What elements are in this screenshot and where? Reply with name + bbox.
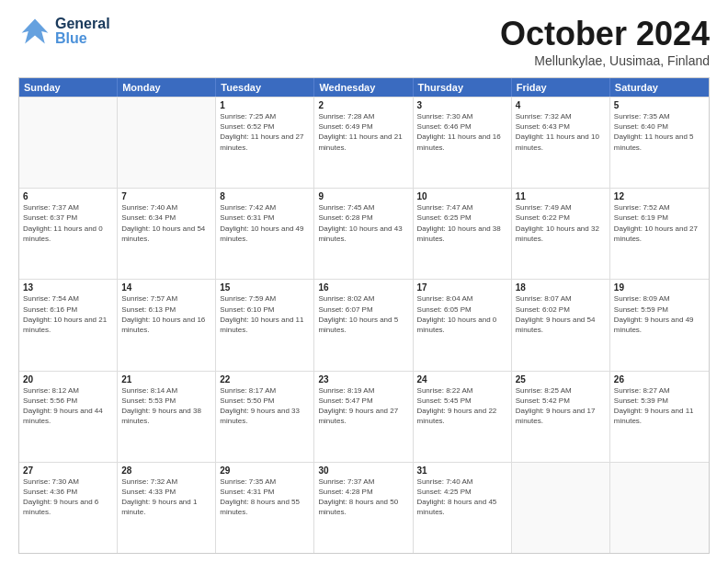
calendar-cell: 28Sunrise: 7:32 AMSunset: 4:33 PMDayligh… <box>118 463 216 553</box>
calendar-cell: 26Sunrise: 8:27 AMSunset: 5:39 PMDayligh… <box>610 372 709 462</box>
calendar-cell: 18Sunrise: 8:07 AMSunset: 6:02 PMDayligh… <box>512 280 610 370</box>
calendar-cell: 21Sunrise: 8:14 AMSunset: 5:53 PMDayligh… <box>118 372 216 462</box>
day-detail: Sunrise: 8:19 AMSunset: 5:47 PMDaylight:… <box>318 385 408 427</box>
calendar-header-thursday: Thursday <box>414 78 512 97</box>
calendar-header-sunday: Sunday <box>19 78 118 97</box>
page: General Blue October 2024 Mellunkylae, U… <box>0 0 728 563</box>
calendar-cell: 8Sunrise: 7:42 AMSunset: 6:31 PMDaylight… <box>216 189 314 279</box>
logo-general-text: General <box>55 17 110 31</box>
day-number: 16 <box>318 282 408 293</box>
calendar-cell: 9Sunrise: 7:45 AMSunset: 6:28 PMDaylight… <box>314 189 413 279</box>
calendar-header-wednesday: Wednesday <box>314 78 413 97</box>
day-detail: Sunrise: 8:12 AMSunset: 5:56 PMDaylight:… <box>23 385 113 427</box>
calendar-header-saturday: Saturday <box>610 78 709 97</box>
day-detail: Sunrise: 7:57 AMSunset: 6:13 PMDaylight:… <box>121 293 211 335</box>
calendar-cell: 27Sunrise: 7:30 AMSunset: 4:36 PMDayligh… <box>19 463 118 553</box>
day-detail: Sunrise: 8:07 AMSunset: 6:02 PMDaylight:… <box>516 293 606 335</box>
calendar-cell: 19Sunrise: 8:09 AMSunset: 5:59 PMDayligh… <box>610 280 709 370</box>
day-detail: Sunrise: 7:49 AMSunset: 6:22 PMDaylight:… <box>516 202 606 244</box>
day-number: 3 <box>417 100 507 110</box>
day-number: 1 <box>220 100 310 110</box>
day-detail: Sunrise: 8:14 AMSunset: 5:53 PMDaylight:… <box>121 385 211 427</box>
calendar-cell: 14Sunrise: 7:57 AMSunset: 6:13 PMDayligh… <box>118 280 216 370</box>
calendar-cell <box>512 463 610 553</box>
day-number: 24 <box>417 374 507 385</box>
day-number: 17 <box>417 282 507 293</box>
day-detail: Sunrise: 7:40 AMSunset: 6:34 PMDaylight:… <box>121 202 211 244</box>
calendar-cell: 17Sunrise: 8:04 AMSunset: 6:05 PMDayligh… <box>414 280 512 370</box>
day-number: 11 <box>516 191 606 201</box>
calendar-body: 1Sunrise: 7:25 AMSunset: 6:52 PMDaylight… <box>19 97 709 553</box>
calendar-cell: 10Sunrise: 7:47 AMSunset: 6:25 PMDayligh… <box>414 189 512 279</box>
logo-blue-text: Blue <box>55 31 110 46</box>
day-detail: Sunrise: 8:27 AMSunset: 5:39 PMDaylight:… <box>614 385 705 427</box>
day-number: 14 <box>121 282 211 293</box>
day-detail: Sunrise: 7:32 AMSunset: 6:43 PMDaylight:… <box>516 111 606 153</box>
day-detail: Sunrise: 7:30 AMSunset: 4:36 PMDaylight:… <box>23 477 113 518</box>
calendar-header-friday: Friday <box>512 78 610 97</box>
day-number: 8 <box>220 191 310 201</box>
day-detail: Sunrise: 8:02 AMSunset: 6:07 PMDaylight:… <box>318 293 408 335</box>
day-number: 6 <box>23 191 113 201</box>
day-number: 4 <box>516 100 606 110</box>
calendar-cell: 6Sunrise: 7:37 AMSunset: 6:37 PMDaylight… <box>19 189 118 279</box>
calendar-row-2: 13Sunrise: 7:54 AMSunset: 6:16 PMDayligh… <box>19 279 709 370</box>
day-detail: Sunrise: 8:04 AMSunset: 6:05 PMDaylight:… <box>417 293 507 335</box>
logo-bird-icon <box>18 15 51 48</box>
calendar-cell: 25Sunrise: 8:25 AMSunset: 5:42 PMDayligh… <box>512 372 610 462</box>
day-detail: Sunrise: 7:30 AMSunset: 6:46 PMDaylight:… <box>417 111 507 153</box>
day-detail: Sunrise: 7:59 AMSunset: 6:10 PMDaylight:… <box>220 293 310 335</box>
calendar-cell: 12Sunrise: 7:52 AMSunset: 6:19 PMDayligh… <box>610 189 709 279</box>
day-detail: Sunrise: 7:37 AMSunset: 6:37 PMDaylight:… <box>23 202 113 244</box>
calendar: SundayMondayTuesdayWednesdayThursdayFrid… <box>18 77 710 554</box>
calendar-cell <box>610 463 709 553</box>
day-detail: Sunrise: 8:22 AMSunset: 5:45 PMDaylight:… <box>417 385 507 427</box>
calendar-cell: 7Sunrise: 7:40 AMSunset: 6:34 PMDaylight… <box>118 189 216 279</box>
calendar-row-1: 6Sunrise: 7:37 AMSunset: 6:37 PMDaylight… <box>19 188 709 279</box>
day-number: 21 <box>121 374 211 385</box>
day-number: 27 <box>23 465 113 476</box>
day-number: 20 <box>23 374 113 385</box>
day-detail: Sunrise: 8:09 AMSunset: 5:59 PMDaylight:… <box>614 293 705 335</box>
day-detail: Sunrise: 8:25 AMSunset: 5:42 PMDaylight:… <box>516 385 606 427</box>
calendar-cell: 5Sunrise: 7:35 AMSunset: 6:40 PMDaylight… <box>610 98 709 188</box>
day-detail: Sunrise: 7:40 AMSunset: 4:25 PMDaylight:… <box>417 477 507 518</box>
day-number: 15 <box>220 282 310 293</box>
location-subtitle: Mellunkylae, Uusimaa, Finland <box>500 53 710 68</box>
day-detail: Sunrise: 7:47 AMSunset: 6:25 PMDaylight:… <box>417 202 507 244</box>
day-number: 9 <box>318 191 408 201</box>
calendar-row-0: 1Sunrise: 7:25 AMSunset: 6:52 PMDaylight… <box>19 97 709 188</box>
day-number: 29 <box>220 465 310 476</box>
calendar-cell: 30Sunrise: 7:37 AMSunset: 4:28 PMDayligh… <box>314 463 413 553</box>
calendar-cell: 11Sunrise: 7:49 AMSunset: 6:22 PMDayligh… <box>512 189 610 279</box>
calendar-cell <box>19 98 118 188</box>
calendar-cell: 24Sunrise: 8:22 AMSunset: 5:45 PMDayligh… <box>414 372 512 462</box>
day-number: 25 <box>516 374 606 385</box>
day-detail: Sunrise: 7:28 AMSunset: 6:49 PMDaylight:… <box>318 111 408 153</box>
day-detail: Sunrise: 7:54 AMSunset: 6:16 PMDaylight:… <box>23 293 113 335</box>
logo: General Blue <box>18 15 110 48</box>
day-detail: Sunrise: 7:32 AMSunset: 4:33 PMDaylight:… <box>121 477 211 518</box>
day-number: 31 <box>417 465 507 476</box>
day-number: 22 <box>220 374 310 385</box>
header: General Blue October 2024 Mellunkylae, U… <box>18 15 710 68</box>
day-detail: Sunrise: 8:17 AMSunset: 5:50 PMDaylight:… <box>220 385 310 427</box>
day-number: 28 <box>121 465 211 476</box>
svg-marker-0 <box>22 19 49 44</box>
calendar-header-tuesday: Tuesday <box>216 78 314 97</box>
day-detail: Sunrise: 7:37 AMSunset: 4:28 PMDaylight:… <box>318 477 408 518</box>
calendar-cell: 23Sunrise: 8:19 AMSunset: 5:47 PMDayligh… <box>314 372 413 462</box>
calendar-cell: 16Sunrise: 8:02 AMSunset: 6:07 PMDayligh… <box>314 280 413 370</box>
calendar-header-monday: Monday <box>118 78 216 97</box>
day-number: 10 <box>417 191 507 201</box>
day-detail: Sunrise: 7:25 AMSunset: 6:52 PMDaylight:… <box>220 111 310 153</box>
title-block: October 2024 Mellunkylae, Uusimaa, Finla… <box>500 15 710 68</box>
calendar-cell: 1Sunrise: 7:25 AMSunset: 6:52 PMDaylight… <box>216 98 314 188</box>
calendar-cell: 4Sunrise: 7:32 AMSunset: 6:43 PMDaylight… <box>512 98 610 188</box>
day-number: 23 <box>318 374 408 385</box>
day-detail: Sunrise: 7:35 AMSunset: 6:40 PMDaylight:… <box>614 111 705 153</box>
day-number: 18 <box>516 282 606 293</box>
calendar-row-4: 27Sunrise: 7:30 AMSunset: 4:36 PMDayligh… <box>19 462 709 553</box>
calendar-cell: 3Sunrise: 7:30 AMSunset: 6:46 PMDaylight… <box>414 98 512 188</box>
day-number: 12 <box>614 191 705 201</box>
